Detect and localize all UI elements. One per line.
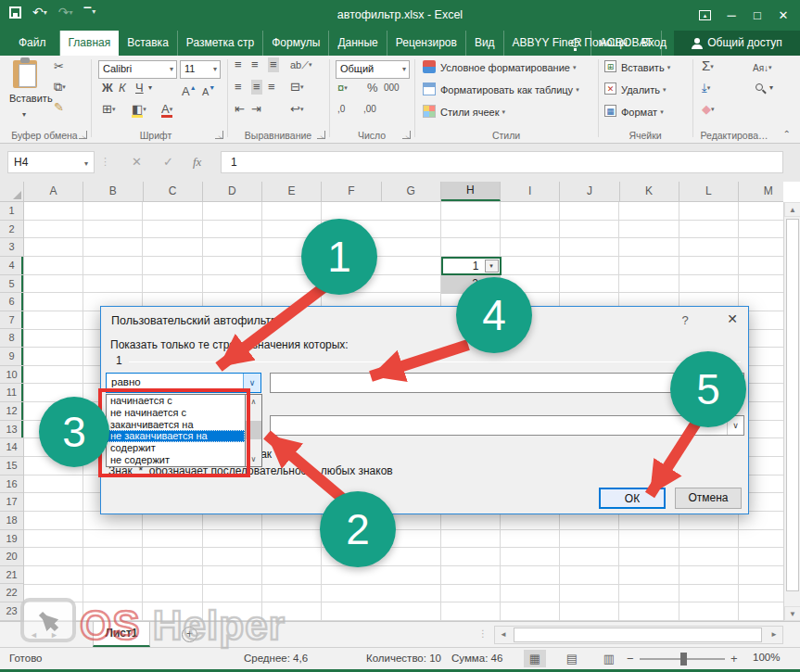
find-select-icon[interactable] — [756, 83, 763, 91]
decrease-font-icon[interactable]: A▼ — [202, 81, 215, 99]
wrap-text-icon[interactable]: ↩▾ — [290, 102, 303, 117]
tab-данные[interactable]: Данные — [329, 31, 387, 56]
alignment-dialog-launcher[interactable] — [317, 131, 325, 139]
align-bottom-icon[interactable]: ≡ — [268, 57, 279, 72]
column-header-m[interactable]: M — [739, 182, 783, 201]
column-header-f[interactable]: F — [322, 182, 381, 201]
clipboard-dialog-launcher[interactable] — [79, 131, 87, 139]
vertical-scroll-thumb[interactable] — [786, 219, 799, 591]
tab-главная[interactable]: Главная — [60, 31, 120, 56]
share-button[interactable]: Общий доступ — [674, 31, 800, 56]
zoom-in-icon[interactable]: + — [730, 652, 738, 666]
formula-bar-splitter[interactable]: ⋮ — [100, 156, 110, 168]
select-all-corner[interactable] — [0, 182, 24, 202]
tab-рецензиров[interactable]: Рецензиров — [387, 31, 466, 56]
column-header-d[interactable]: D — [203, 182, 262, 201]
font-color-icon[interactable]: А▾ — [161, 102, 172, 117]
copy-icon[interactable]: ⧉▾ — [54, 80, 66, 95]
filter-dropdown-icon[interactable]: ▾ — [485, 260, 499, 273]
scroll-down-icon[interactable]: ▼ — [784, 606, 800, 621]
scroll-right-icon[interactable]: ► — [766, 627, 782, 643]
column-header-g[interactable]: G — [382, 182, 441, 201]
paste-icon[interactable] — [13, 60, 37, 88]
row-header-5[interactable]: 5 — [0, 275, 23, 294]
bold-button[interactable]: Ж — [102, 81, 113, 95]
minimize-button[interactable]: ─ — [718, 8, 744, 22]
ok-button[interactable]: ОК — [599, 488, 666, 509]
align-center-icon[interactable]: ≡ — [251, 80, 262, 95]
row-header-10[interactable]: 10 — [0, 366, 23, 385]
tab-формулы[interactable]: Формулы — [263, 31, 329, 56]
cell-h4[interactable]: 1 ▾ — [441, 257, 502, 276]
insert-function-icon[interactable]: fx — [193, 155, 201, 170]
dialog-help-button[interactable]: ? — [676, 313, 694, 327]
insert-cells-button[interactable]: Вставить ▾ — [621, 62, 670, 73]
merge-center-icon[interactable]: ⊟▾ — [290, 80, 303, 95]
percent-icon[interactable]: % — [367, 81, 378, 95]
formula-input[interactable]: 1 — [221, 151, 783, 173]
zoom-out-icon[interactable]: − — [627, 652, 634, 666]
align-middle-icon[interactable]: ≡ — [251, 57, 259, 72]
column-header-j[interactable]: J — [560, 182, 619, 201]
close-button[interactable]: ✕ — [770, 8, 796, 22]
sort-filter-icon[interactable]: Ая↓▾ — [753, 60, 772, 76]
name-box[interactable]: H4▾ — [7, 151, 95, 173]
delete-cells-button[interactable]: Удалить ▾ — [621, 84, 667, 95]
scroll-left-icon[interactable]: ◄ — [495, 627, 512, 643]
cancel-button[interactable]: Отмена — [675, 488, 742, 509]
page-break-view-icon[interactable]: ▥ — [598, 650, 620, 667]
row-header-20[interactable]: 20 — [0, 548, 23, 566]
fill-color-icon[interactable]: ◧▾ — [132, 102, 146, 117]
cell-styles-button[interactable]: Стили ячеек ▾ — [440, 107, 505, 118]
format-painter-icon[interactable]: ✎ — [54, 100, 64, 115]
font-dialog-launcher[interactable] — [215, 131, 223, 139]
increase-decimal-icon[interactable]: ,0 — [337, 102, 345, 117]
row-header-12[interactable]: 12 — [0, 402, 23, 421]
borders-icon[interactable]: ⊞▾ — [102, 102, 115, 117]
column-header-l[interactable]: L — [679, 182, 739, 201]
vertical-scrollbar[interactable]: ▲ ▼ — [783, 202, 800, 621]
column-header-b[interactable]: B — [83, 182, 143, 201]
row-header-13[interactable]: 13 — [0, 421, 23, 439]
column-header-e[interactable]: E — [262, 182, 322, 201]
row-header-2[interactable]: 2 — [0, 221, 23, 239]
italic-button[interactable]: К — [119, 81, 126, 95]
comma-style-icon[interactable]: 000 — [384, 81, 400, 95]
font-size-combo[interactable]: 11▾ — [180, 60, 221, 79]
tab-вставка[interactable]: Вставка — [119, 31, 178, 56]
underline-button[interactable]: Ч — [135, 81, 144, 95]
row-header-14[interactable]: 14 — [0, 438, 23, 457]
tab-разметка стр[interactable]: Разметка стр — [178, 31, 263, 56]
row-header-4[interactable]: 4 — [0, 257, 23, 275]
maximize-button[interactable]: □ — [744, 8, 770, 22]
tab-help[interactable]: Помощн — [564, 31, 635, 56]
sign-in-button[interactable]: Вход — [634, 31, 674, 56]
cut-icon[interactable]: ✂ — [54, 59, 64, 74]
row-header-6[interactable]: 6 — [0, 293, 23, 311]
page-layout-view-icon[interactable]: ▤ — [561, 650, 583, 667]
increase-indent-icon[interactable]: ⇥ — [251, 102, 261, 117]
row-header-17[interactable]: 17 — [0, 493, 23, 512]
scroll-up-icon[interactable]: ▲ — [784, 202, 800, 217]
horizontal-scroll-thumb[interactable] — [514, 628, 762, 642]
column-header-k[interactable]: K — [620, 182, 679, 201]
row-header-15[interactable]: 15 — [0, 457, 23, 475]
find-dropdown[interactable]: ▾ — [769, 81, 773, 95]
currency-icon[interactable]: ¤▾ — [337, 81, 348, 95]
value2-combo[interactable]: ∨ — [270, 415, 744, 436]
horizontal-scrollbar[interactable]: ◄ ► — [494, 626, 783, 644]
increase-font-icon[interactable]: A▲ — [182, 81, 197, 99]
row-header-22[interactable]: 22 — [0, 584, 23, 602]
row-header-7[interactable]: 7 — [0, 311, 23, 330]
align-left-icon[interactable]: ≡ — [235, 80, 242, 95]
dialog-close-icon[interactable]: ✕ — [720, 311, 744, 326]
row-header-11[interactable]: 11 — [0, 384, 23, 402]
decrease-indent-icon[interactable]: ⇤ — [235, 102, 245, 117]
orientation-icon[interactable]: ab⟋▾ — [290, 57, 311, 72]
row-header-21[interactable]: 21 — [0, 566, 23, 585]
font-family-combo[interactable]: Calibri▾ — [98, 60, 177, 79]
row-header-3[interactable]: 3 — [0, 238, 23, 257]
tab-файл[interactable]: Файл — [6, 31, 60, 56]
autosum-icon[interactable]: Σ▾ — [702, 58, 714, 74]
row-header-16[interactable]: 16 — [0, 475, 23, 494]
